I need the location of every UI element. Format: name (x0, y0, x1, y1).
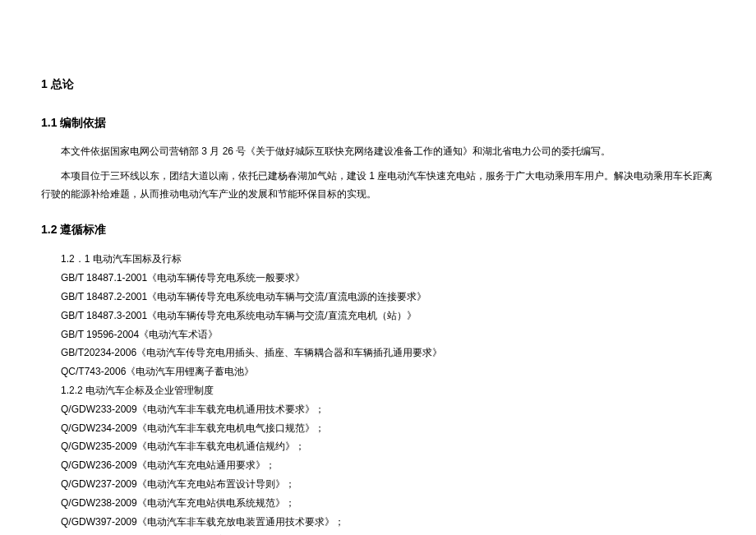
list-item: Q/GDW236-2009《电动汽车充电站通用要求》； (61, 456, 715, 475)
list-item: QC/T743-2006《电动汽车用锂离子蓄电池》 (61, 362, 715, 381)
list-item: GB/T 18487.3-2001《电动车辆传导充电系统电动车辆与交流/直流充电… (61, 307, 715, 325)
section-1-1: 1.1 编制依据 本文件依据国家电网公司营销部 3 月 26 号《关于做好城际互… (41, 113, 715, 203)
list-item: Q/GDW233-2009《电动汽车非车载充电机通用技术要求》； (61, 400, 715, 419)
list-item: Q/GDW234-2009《电动汽车非车载充电机电气接口规范》； (61, 419, 715, 438)
list-item: GB/T20234-2006《电动汽车传导充电用插头、插座、车辆耦合器和车辆插孔… (61, 344, 715, 362)
list-item: GB/T 19596-2004《电动汽车术语》 (61, 325, 715, 344)
list-item: GB/T 18487.1-2001《电动车辆传导充电系统一般要求》 (61, 269, 715, 288)
standards-list-enterprise: Q/GDW233-2009《电动汽车非车载充电机通用技术要求》； Q/GDW23… (41, 400, 715, 535)
standards-list-national: GB/T 18487.1-2001《电动车辆传导充电系统一般要求》 GB/T 1… (41, 269, 715, 381)
list-item: GB/T 18487.2-2001《电动车辆传导充电系统电动车辆与交流/直流电源… (61, 288, 715, 307)
list-item: Q/GDW235-2009《电动汽车非车载充电机通信规约》； (61, 437, 715, 456)
list-item: Q/GDW237-2009《电动汽车充电站布置设计导则》； (61, 475, 715, 494)
paragraph: 本项目位于三环线以东，团结大道以南，依托已建杨春湖加气站，建设 1 座电动汽车快… (41, 168, 715, 203)
heading-1-1: 1.1 编制依据 (41, 113, 715, 133)
subheading-1-2-2: 1.2.2 电动汽车企标及企业管理制度 (41, 381, 715, 400)
subheading-1-2-1: 1.2．1 电动汽车国标及行标 (41, 250, 715, 269)
heading-level-1: 1 总论 (41, 74, 715, 95)
list-item: Q/GDW397-2009《电动汽车非车载充放电装置通用技术要求》； (61, 513, 715, 532)
heading-1-2: 1.2 遵循标准 (41, 219, 715, 240)
list-item: Q/GDW238-2009《电动汽车充电站供电系统规范》； (61, 494, 715, 513)
paragraph: 本文件依据国家电网公司营销部 3 月 26 号《关于做好城际互联快充网络建设准备… (41, 143, 715, 161)
section-1-2: 1.2 遵循标准 1.2．1 电动汽车国标及行标 GB/T 18487.1-20… (41, 219, 715, 535)
list-item: Q/GDW398-2009《电动汽车非车载充放电装置电气接口规范》； (61, 531, 715, 535)
